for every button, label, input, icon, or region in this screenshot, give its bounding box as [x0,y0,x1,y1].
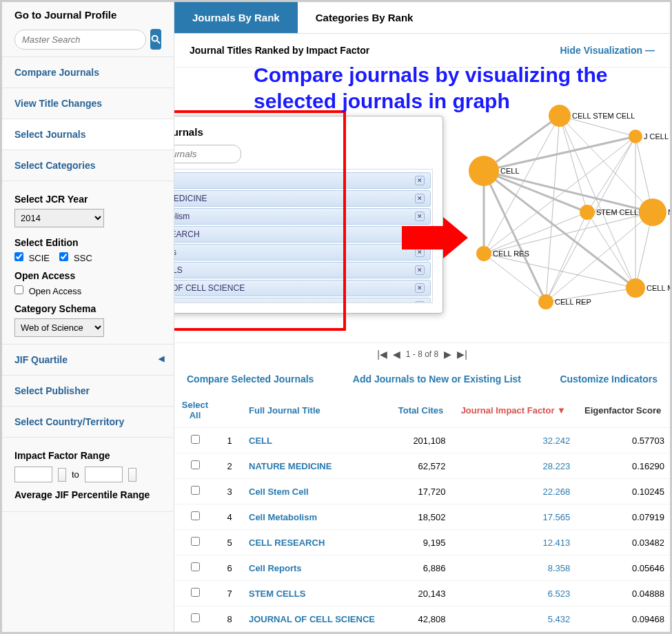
jcr-year-select[interactable]: 2014 [14,209,104,227]
svg-line-1 [157,41,160,43]
row-select-checkbox[interactable] [191,562,200,571]
if-min-dropdown[interactable] [58,468,66,482]
popup-journal-item[interactable]: Cell Stem Cell✕ [174,298,431,303]
popup-journal-item[interactable]: Cell Reports✕ [174,244,431,260]
pager-next-icon[interactable]: ▶ [444,349,451,360]
row-select-checkbox[interactable] [191,486,200,495]
graph-node[interactable] [580,205,595,220]
remove-icon[interactable]: ✕ [415,194,425,203]
pager-last-icon[interactable]: ▶| [457,349,467,360]
popup-journal-item[interactable]: STEM CELLS✕ [174,262,431,278]
master-search-input[interactable] [14,30,146,50]
open-access-checkbox[interactable] [14,285,23,294]
graph-node[interactable] [639,198,666,226]
compare-selected-link[interactable]: Compare Selected Journals [187,374,314,385]
nav-jif-quartile-label: JIF Quartile [14,354,68,365]
jcr-year-label: Select JCR Year [14,194,161,205]
row-select-checkbox[interactable] [191,460,200,469]
remove-icon[interactable]: ✕ [415,283,425,293]
row-jif: 8.358 [451,555,576,581]
nav-select-country[interactable]: Select Country/Territory [2,407,174,438]
remove-icon[interactable]: ✕ [415,176,425,185]
graph-node[interactable] [538,294,553,309]
nav-view-title-changes[interactable]: View Title Changes [2,88,174,119]
hide-visualization-link[interactable]: Hide Visualization— [560,45,655,56]
category-schema-select[interactable]: Web of Science [14,318,104,337]
ssci-checkbox-label[interactable]: SSC [59,253,92,263]
pager-prev-icon[interactable]: ◀ [393,349,400,360]
row-rank: 1 [216,428,243,453]
graph-node[interactable] [469,156,499,186]
col-jif[interactable]: Journal Impact Factor ▼ [451,393,576,428]
add-journals-link[interactable]: Add Journals to New or Existing List [353,374,521,385]
edition-label: Select Edition [14,237,161,248]
row-title-link[interactable]: CELL [243,428,391,453]
if-max-dropdown[interactable] [128,468,136,482]
row-title-link[interactable]: NATURE MEDICINE [243,453,391,479]
popup-journal-item[interactable]: CELL✕ [174,172,431,189]
journals-table: Select All Full Journal Title Total Cite… [174,393,670,632]
if-range-max[interactable] [85,467,123,482]
row-select-checkbox[interactable] [191,511,200,520]
row-title-link[interactable]: Cell Reports [243,555,391,581]
minus-icon: — [645,45,655,56]
row-eigen: 0.03482 [576,530,670,555]
row-title-link[interactable]: Cell Stem Cell [243,479,391,504]
row-cites: 9,195 [391,530,451,555]
nav-compare-journals[interactable]: Compare Journals [2,57,174,88]
row-rank: 3 [216,479,243,504]
graph-node[interactable] [629,130,642,143]
ssci-checkbox[interactable] [59,252,68,261]
row-cites: 17,720 [391,479,451,504]
popup-journal-item[interactable]: Cell Metabolism✕ [174,208,431,225]
svg-line-10 [587,136,635,212]
nav-select-categories[interactable]: Select Categories [2,150,174,181]
popup-journal-item[interactable]: NATURE MEDICINE✕ [174,190,431,207]
popup-search-input[interactable] [174,145,241,163]
row-cites: 62,572 [391,453,451,479]
row-title-link[interactable]: Cell Metabolism [243,504,391,530]
row-title-link[interactable]: CELL RESEARCH [243,530,391,555]
remove-icon[interactable]: ✕ [415,212,425,221]
scie-checkbox[interactable] [14,252,23,261]
row-select-checkbox[interactable] [191,537,200,546]
chevron-left-icon: ◀ [159,354,164,363]
popup-journal-item[interactable]: JOURNAL OF CELL SCIENCE✕ [174,280,431,296]
open-access-checkbox-label[interactable]: Open Access [14,286,81,296]
nav-jif-quartile[interactable]: JIF Quartile◀ [2,345,174,376]
graph-node-label: STEM CELLS [596,208,643,216]
nav-select-publisher[interactable]: Select Publisher [2,376,174,407]
row-rank: 4 [216,504,243,530]
col-select-all[interactable]: Select All [174,393,216,428]
search-button[interactable] [150,29,161,50]
network-graph[interactable]: CELL STEM CELLJ CELL SCICELLSTEM CELLSNA… [456,102,670,323]
row-cites: 201,108 [391,428,451,453]
tab-categories-by-rank[interactable]: Categories By Rank [298,2,431,33]
row-select-checkbox[interactable] [191,435,200,444]
graph-node[interactable] [626,278,645,298]
annotation-text: Compare journals by visualizing the sele… [254,62,670,114]
nav-select-categories-label: Select Categories [14,160,96,171]
row-title-link[interactable]: JOURNAL OF CELL SCIENCE [243,606,391,632]
row-title-link[interactable]: STEM CELLS [243,581,391,606]
row-select-checkbox[interactable] [191,588,200,597]
nav-select-journals[interactable]: Select Journals [2,119,174,150]
col-eigen[interactable]: Eigenfactor Score [576,393,670,428]
popup-list[interactable]: CELL✕NATURE MEDICINE✕Cell Metabolism✕CEL… [174,169,433,303]
remove-icon[interactable]: ✕ [415,301,425,303]
popup-journal-item[interactable]: CELL RESEARCH✕ [174,226,431,243]
graph-node[interactable] [476,246,491,261]
table-row: 8JOURNAL OF CELL SCIENCE42,8085.4320.094… [174,606,670,632]
customize-indicators-link[interactable]: Customize Indicators [560,374,658,385]
if-range-min[interactable] [14,467,52,482]
scie-checkbox-label[interactable]: SCIE [14,253,50,263]
pager-text: 1 - 8 of 8 [406,349,438,359]
remove-icon[interactable]: ✕ [415,265,425,275]
col-title[interactable]: Full Journal Title [243,393,391,428]
category-schema-label: Category Schema [14,303,161,314]
col-cites[interactable]: Total Cites [391,393,451,428]
row-select-checkbox[interactable] [191,613,200,622]
pager-first-icon[interactable]: |◀ [377,349,387,360]
row-jif: 22.268 [451,479,576,504]
tab-journals-by-rank[interactable]: Journals By Rank [174,2,298,33]
